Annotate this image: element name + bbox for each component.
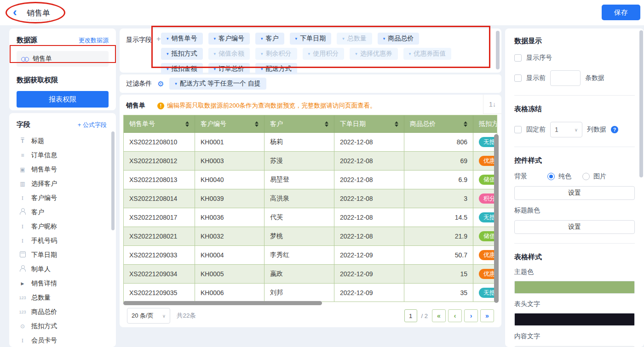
- display-field-tag[interactable]: ▾销售单号: [161, 33, 203, 45]
- fields-scrollbar[interactable]: [111, 131, 115, 230]
- display-field-tag[interactable]: ▾商品总价: [378, 33, 420, 45]
- column-header[interactable]: 客户: [264, 115, 334, 133]
- field-item[interactable]: I客户编号: [17, 191, 111, 205]
- table-row[interactable]: XS20221209033KH0004李秀红2022-12-0950.7优惠券: [124, 246, 497, 265]
- sort-arrows-icon[interactable]: [464, 121, 467, 127]
- display-field-tag[interactable]: ▾配送方式: [255, 63, 297, 75]
- last-page-button[interactable]: »: [480, 309, 494, 322]
- sort-arrows-icon[interactable]: [185, 121, 189, 127]
- display-field-tag[interactable]: ▾下单日期: [290, 33, 332, 45]
- field-item[interactable]: 制单人: [17, 262, 111, 276]
- field-item[interactable]: T标题: [17, 134, 111, 148]
- table-cell: KH0003: [195, 152, 264, 171]
- field-label: 客户昵称: [31, 222, 57, 231]
- prev-page-button[interactable]: ‹: [448, 309, 462, 322]
- title-color-set-button[interactable]: 设置: [514, 220, 635, 234]
- field-item[interactable]: ≡订单信息: [17, 148, 111, 162]
- table-cell: 嬴政: [264, 265, 334, 284]
- add-formula-field-link[interactable]: + 公式字段: [78, 121, 107, 129]
- preview-title: 销售单: [126, 102, 145, 110]
- display-field-tag[interactable]: ▾选择优惠券: [350, 48, 398, 60]
- field-item[interactable]: I客户昵称: [17, 219, 111, 233]
- table-cell: 苏漫: [264, 152, 334, 171]
- sort-order-icon[interactable]: 1↓: [483, 95, 501, 114]
- display-fields-scrollbar[interactable]: [496, 31, 500, 69]
- table-row[interactable]: XS20221209035KH0006刘邦2022-12-0935无抵扣: [124, 284, 497, 302]
- display-field-tag[interactable]: ▾客户: [255, 33, 284, 45]
- display-field-tag[interactable]: ▾抵扣方式: [161, 48, 203, 60]
- image-radio[interactable]: [582, 173, 590, 180]
- preview-warning: ! 编辑界面只取数据源前200条作为查询数据预览，完整数据请访问页面查看。: [157, 102, 376, 110]
- column-header[interactable]: 客户编号: [195, 115, 264, 133]
- column-header-label: 客户: [270, 120, 283, 128]
- save-button[interactable]: 保存: [602, 5, 640, 20]
- field-item[interactable]: I手机号码: [17, 233, 111, 248]
- display-field-tag[interactable]: ▾客户编号: [208, 33, 250, 45]
- show-first-checkbox[interactable]: [514, 74, 522, 82]
- current-page-input[interactable]: 1: [404, 309, 417, 322]
- settings-scrollbar[interactable]: [639, 30, 643, 177]
- column-header[interactable]: 抵扣方式: [473, 115, 497, 133]
- field-item[interactable]: I会员卡号: [17, 333, 111, 347]
- show-index-checkbox[interactable]: [514, 54, 522, 62]
- first-page-button[interactable]: «: [432, 309, 446, 322]
- field-label: 标题: [31, 137, 44, 145]
- display-field-tag[interactable]: ▾储值余额: [208, 48, 250, 60]
- field-item[interactable]: 123总数量: [17, 290, 111, 305]
- chevron-down-icon: ▾: [409, 51, 411, 56]
- column-header[interactable]: 销售单号: [124, 115, 195, 133]
- table-cell: XS20221208017: [124, 208, 195, 227]
- field-item[interactable]: ⊙抵扣方式: [17, 319, 111, 333]
- sort-arrows-icon[interactable]: [395, 121, 398, 127]
- filter-condition-tag[interactable]: ▾ 配送方式 等于任意一个 自提: [169, 78, 266, 90]
- display-field-tag[interactable]: ▾总数量: [337, 33, 372, 45]
- freeze-columns-checkbox[interactable]: [514, 126, 522, 133]
- page-size-select[interactable]: 20 条/页 ∨: [127, 308, 170, 324]
- sort-arrows-icon[interactable]: [325, 121, 328, 127]
- display-field-tag[interactable]: ▾抵扣金额: [161, 63, 203, 75]
- column-header[interactable]: 商品总价: [404, 115, 473, 133]
- display-field-tag[interactable]: ▾剩余积分: [255, 48, 297, 60]
- header-text-color-swatch[interactable]: [514, 313, 635, 326]
- solid-color-radio[interactable]: [547, 173, 555, 180]
- field-item[interactable]: ▥选择客户: [17, 176, 111, 191]
- table-row[interactable]: XS20221208010KH0001杨莉2022-12-08806无抵扣: [124, 133, 497, 152]
- column-header[interactable]: 下单日期: [334, 115, 404, 133]
- field-item[interactable]: 客户: [17, 205, 111, 219]
- table-row[interactable]: XS20221208012KH0003苏漫2022-12-0869优惠券: [124, 152, 497, 171]
- display-field-tag[interactable]: ▾优惠券面值: [403, 48, 452, 60]
- back-icon[interactable]: ‹: [13, 6, 17, 18]
- next-page-button[interactable]: ›: [464, 309, 478, 322]
- field-label: 制单人: [31, 265, 51, 273]
- help-icon[interactable]: ?: [611, 126, 618, 133]
- text-icon: I: [18, 337, 27, 344]
- table-row[interactable]: XS20221208017KH0036代芙2022-12-0814.5无抵扣: [124, 208, 497, 227]
- field-item[interactable]: 123商品总价: [17, 305, 111, 319]
- freeze-count-select[interactable]: 1 ∨: [550, 122, 582, 137]
- show-first-count-input[interactable]: [550, 70, 581, 86]
- display-field-tag[interactable]: ▾使用积分: [303, 48, 345, 60]
- table-vertical-scrollbar[interactable]: [494, 134, 499, 303]
- table-cell: 2022-12-08: [334, 152, 404, 171]
- report-permission-button[interactable]: 报表权限: [17, 91, 109, 108]
- add-display-field-icon[interactable]: +: [156, 35, 161, 43]
- gear-icon[interactable]: ⚙: [157, 80, 164, 88]
- display-field-tag[interactable]: ▾订单总价: [208, 63, 250, 75]
- table-row[interactable]: XS20221208013KH0040易堃登2022-12-086.9储值: [124, 171, 497, 189]
- field-label: 抵扣方式: [31, 322, 57, 330]
- change-datasource-link[interactable]: 更改数据源: [79, 36, 109, 45]
- field-item[interactable]: ▣销售单号: [17, 162, 111, 176]
- table-cell: XS20221208012: [124, 152, 195, 171]
- background-set-button[interactable]: 设置: [514, 186, 635, 200]
- field-item[interactable]: ▶销售详情: [17, 276, 111, 290]
- show-index-label: 显示序号: [526, 54, 552, 62]
- table-row[interactable]: XS20221208021KH0032梦桃2022-12-0821.9储值: [124, 227, 497, 246]
- table-cell: 李秀红: [264, 246, 334, 265]
- table-horizontal-scrollbar[interactable]: [123, 301, 322, 305]
- table-row[interactable]: XS20221208014KH0039高洪泉2022-12-083积分: [124, 189, 497, 208]
- table-row[interactable]: XS20221209034KH0005嬴政2022-12-0915优惠券: [124, 265, 497, 284]
- theme-color-swatch[interactable]: [514, 281, 635, 294]
- field-item[interactable]: 下单日期: [17, 248, 111, 262]
- sort-arrows-icon[interactable]: [255, 121, 259, 127]
- datasource-item[interactable]: 销售单: [17, 51, 109, 67]
